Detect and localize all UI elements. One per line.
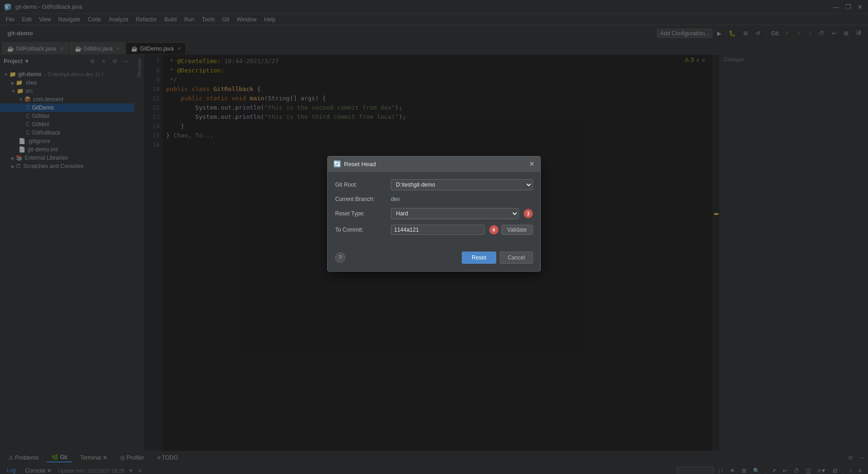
dialog-help-button[interactable]: ? [335, 253, 345, 263]
reset-head-dialog: 🔄 Reset Head ✕ Git Root: D:\test\git-dem… [327, 156, 541, 272]
dialog-validate-button[interactable]: Validate [501, 225, 533, 235]
dialog-git-root-label: Git Root: [335, 182, 391, 188]
dialog-footer: ? Reset Cancel [328, 248, 540, 271]
dialog-title-bar: 🔄 Reset Head ✕ [328, 156, 540, 172]
dialog-to-commit-row: To Commit: 1144a121 4 Validate [335, 225, 533, 235]
dialog-badge-3: 3 [524, 209, 533, 218]
dialog-branch-value: dev [391, 196, 533, 202]
dialog-reset-type-label: Reset Type: [335, 210, 391, 217]
dialog-branch-label: Current Branch: [335, 196, 391, 202]
dialog-git-root-select[interactable]: D:\test\git-demo [391, 179, 533, 190]
dialog-reset-type-row: Reset Type: Hard Mixed Soft Keep Merge 3 [335, 208, 533, 219]
dialog-icon: 🔄 [333, 160, 341, 168]
dialog-body: Git Root: D:\test\git-demo Current Branc… [328, 172, 540, 248]
dialog-git-root-row: Git Root: D:\test\git-demo [335, 179, 533, 190]
dialog-reset-button[interactable]: Reset [462, 252, 496, 264]
dialog-title-text: Reset Head [344, 161, 376, 168]
dialog-branch-row: Current Branch: dev [335, 196, 533, 202]
dialog-reset-type-select[interactable]: Hard Mixed Soft Keep Merge [391, 208, 519, 219]
dialog-overlay: 🔄 Reset Head ✕ Git Root: D:\test\git-dem… [0, 0, 868, 474]
dialog-close-button[interactable]: ✕ [529, 160, 535, 168]
dialog-cancel-button[interactable]: Cancel [500, 252, 533, 264]
dialog-badge-4: 4 [489, 225, 499, 234]
dialog-to-commit-label: To Commit: [335, 227, 391, 233]
dialog-to-commit-input[interactable]: 1144a121 [391, 225, 485, 235]
